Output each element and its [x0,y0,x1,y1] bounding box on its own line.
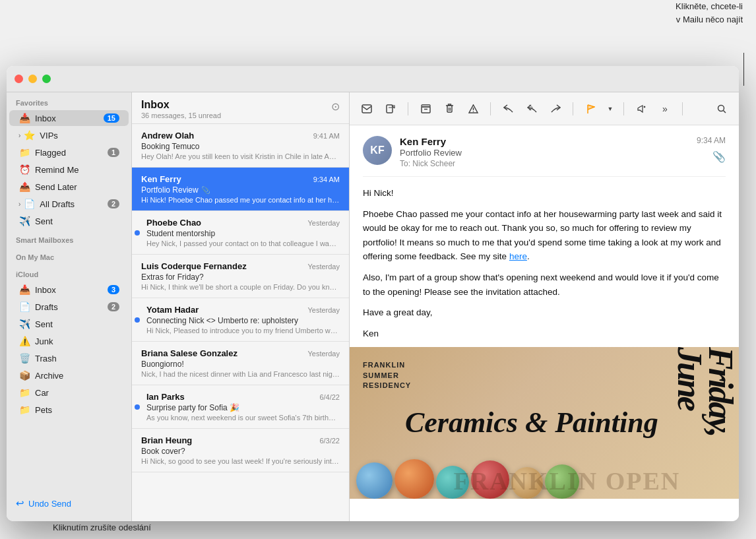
msg-sender: Brian Heung [141,435,192,445]
new-message-button[interactable] [358,100,376,118]
msg-preview: Hey Nick, I passed your contact on to th… [141,239,340,247]
archive-button[interactable] [416,100,435,118]
bubble-blue [356,462,393,499]
msg-preview: As you know, next weekend is our sweet S… [141,414,340,422]
msg-sender: Briana Salese Gonzalez [141,348,237,358]
sidebar-item-icloud-archive[interactable]: 📦 Archive [9,367,129,383]
minimize-button[interactable] [28,75,37,83]
fullscreen-button[interactable] [42,75,51,83]
undo-send-label: Undo Send [28,499,71,509]
flag-button[interactable] [581,100,600,118]
email-meta: Ken Ferry Portfolio Review To: Nick Sche… [400,136,689,168]
compose-button[interactable] [381,100,400,118]
sender-name: Ken Ferry [400,136,689,147]
msg-subject: Buongiorno! [141,360,340,369]
flagged-icon: 📁 [18,147,30,158]
sidebar-item-sent[interactable]: ✈️ Sent [9,213,129,229]
icloud-inbox-icon: 📥 [18,284,30,295]
sidebar-item-icloud-inbox[interactable]: 📥 Inbox 3 [9,282,129,298]
msg-subject: Portfolio Review 📎 [141,185,340,195]
sidebar-item-label: Car [35,388,119,398]
sidebar-item-send-later[interactable]: 📤 Send Later [9,179,129,195]
icloud-label: iCloud [7,264,131,281]
forward-button[interactable] [546,100,565,118]
message-item-selected[interactable]: Ken Ferry 9:34 AM Portfolio Review 📎 Hi … [132,168,349,211]
message-item[interactable]: Ian Parks 6/4/22 Surprise party for Sofi… [132,385,349,429]
sidebar-item-vips[interactable]: › ⭐ VIPs [9,127,129,143]
message-item[interactable]: Andrew Olah 9:41 AM Booking Temuco Hey O… [132,124,349,168]
more-button[interactable]: » [656,100,674,118]
sidebar-item-icloud-sent[interactable]: ✈️ Sent [9,316,129,332]
email-time: 9:34 AM [697,136,726,145]
sidebar-item-remind-me[interactable]: ⏰ Remind Me [9,162,129,177]
msg-sender: Yotam Hadar [146,305,199,315]
msg-time: 9:41 AM [313,132,340,140]
body-paragraph: Also, I'm part of a group show that's op… [363,270,726,299]
msg-subject: Book cover? [141,447,340,456]
delete-button[interactable] [440,100,458,118]
sender-avatar: KF [363,136,392,165]
toolbar-separator [408,102,408,115]
close-button[interactable] [15,75,23,83]
msg-subject: Student mentorship [141,229,340,238]
msg-sender: Ian Parks [146,392,185,402]
message-item[interactable]: Briana Salese Gonzalez Yesterday Buongio… [132,342,349,385]
body-paragraph: Hi Nick! [363,186,726,201]
sidebar-item-label: Sent [35,216,119,226]
icloud-inbox-badge: 3 [108,285,119,294]
msg-time: Yesterday [307,263,340,270]
reply-all-button[interactable] [522,100,541,118]
msg-subject: Surprise party for Sofia 🎉 [141,403,340,412]
msg-time: 6/3/22 [319,437,340,445]
icloud-junk-icon: ⚠️ [18,336,30,346]
smart-mailboxes-label: Smart Mailboxes [7,230,131,247]
reply-button[interactable] [499,100,517,118]
msg-sender: Andrew Olah [141,131,194,141]
sidebar-item-icloud-car[interactable]: 📁 Car [9,385,129,400]
message-item[interactable]: Brian Heung 6/3/22 Book cover? Hi Nick, … [132,429,349,472]
messages-scroll[interactable]: Andrew Olah 9:41 AM Booking Temuco Hey O… [132,124,349,521]
msg-preview: Nick, I had the nicest dinner with Lia a… [141,370,340,378]
send-later-icon: 📤 [18,181,30,192]
sidebar-item-inbox[interactable]: 📥 Inbox 15 [9,110,129,126]
flag-dropdown-button[interactable]: ▼ [605,100,615,118]
message-item[interactable]: Luis Coderque Fernandez Yesterday Extras… [132,255,349,298]
sidebar-item-all-drafts[interactable]: › 📄 All Drafts 2 [9,196,129,212]
message-list: Inbox 36 messages, 15 unread ⊙ Andrew Ol… [132,92,350,521]
sidebar-item-icloud-pets[interactable]: 📁 Pets [9,402,129,418]
svg-rect-5 [422,105,430,107]
msg-preview: Hi Nick, so good to see you last week! I… [141,457,340,465]
sidebar-item-label: Sent [35,319,119,329]
svg-rect-0 [362,105,371,113]
annotation-bottom-left: Kliknutím zrušíte odeslání [53,523,151,532]
email-attachment-icon: 📎 [712,150,726,163]
sidebar: Favorites 📥 Inbox 15 › ⭐ VIPs 📁 Flagged … [7,92,132,521]
filter-button[interactable]: ⊙ [331,100,340,113]
msg-subject: Extras for Friday? [141,272,340,282]
sidebar-item-flagged[interactable]: 📁 Flagged 1 [9,144,129,160]
msg-sender: Luis Coderque Fernandez [141,261,247,271]
sidebar-item-icloud-drafts[interactable]: 📄 Drafts 2 [9,299,129,315]
flagged-badge: 1 [108,148,119,157]
sidebar-item-icloud-trash[interactable]: 🗑️ Trash [9,350,129,366]
flyer-image: FRANKLINSUMMERRESIDENCY Ceramics & Paint… [350,347,739,499]
icloud-drafts-badge: 2 [108,302,119,311]
message-item[interactable]: Phoebe Chao Yesterday Student mentorship… [132,211,349,255]
message-item[interactable]: Yotam Hadar Yesterday Connecting Nick <>… [132,298,349,342]
sidebar-item-icloud-junk[interactable]: ⚠️ Junk [9,333,129,349]
email-header: KF Ken Ferry Portfolio Review To: Nick S… [363,136,726,177]
body-link[interactable]: here [509,251,527,261]
search-button[interactable] [712,100,731,118]
mute-button[interactable] [632,100,650,118]
sidebar-item-label: Archive [35,371,119,381]
svg-point-12 [472,111,474,112]
msg-time: Yesterday [307,306,340,314]
icloud-trash-icon: 🗑️ [18,353,30,364]
sidebar-item-label: Inbox [35,285,108,295]
sidebar-item-label: Pets [35,405,119,415]
msg-sender: Ken Ferry [141,174,181,184]
junk-button[interactable] [464,100,482,118]
undo-send-button[interactable]: ↩ Undo Send [7,492,131,515]
msg-preview: Hi Nick! Phoebe Chao passed me your cont… [141,196,340,204]
msg-subject: Connecting Nick <> Umberto re: upholster… [141,316,340,325]
